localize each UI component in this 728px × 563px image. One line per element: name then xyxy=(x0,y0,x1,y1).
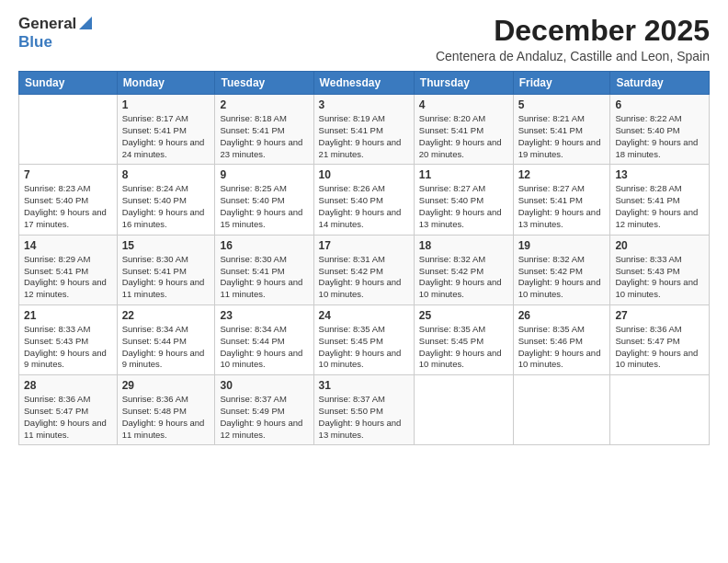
day-number: 31 xyxy=(319,379,409,392)
col-thursday: Thursday xyxy=(414,72,513,95)
cell-info: Sunrise: 8:37 AMSunset: 5:50 PMDaylight:… xyxy=(319,394,402,439)
calendar-week-3: 21Sunrise: 8:33 AMSunset: 5:43 PMDayligh… xyxy=(19,304,710,374)
calendar-cell xyxy=(414,375,513,445)
location-title: Centenera de Andaluz, Castille and Leon,… xyxy=(436,49,710,63)
cell-info: Sunrise: 8:35 AMSunset: 5:45 PMDaylight:… xyxy=(419,324,502,369)
calendar-week-0: 1Sunrise: 8:17 AMSunset: 5:41 PMDaylight… xyxy=(19,95,710,165)
calendar-cell: 9Sunrise: 8:25 AMSunset: 5:40 PMDaylight… xyxy=(215,165,313,235)
day-number: 4 xyxy=(419,98,508,111)
day-number: 9 xyxy=(220,168,308,181)
calendar-cell: 12Sunrise: 8:27 AMSunset: 5:41 PMDayligh… xyxy=(513,165,610,235)
day-number: 26 xyxy=(518,309,606,322)
day-number: 29 xyxy=(122,379,210,392)
calendar-cell: 30Sunrise: 8:37 AMSunset: 5:49 PMDayligh… xyxy=(215,375,313,445)
calendar-cell: 15Sunrise: 8:30 AMSunset: 5:41 PMDayligh… xyxy=(117,235,215,304)
cell-info: Sunrise: 8:26 AMSunset: 5:40 PMDaylight:… xyxy=(319,183,402,228)
cell-info: Sunrise: 8:29 AMSunset: 5:41 PMDaylight:… xyxy=(24,254,107,299)
day-number: 18 xyxy=(419,239,508,252)
calendar-cell: 6Sunrise: 8:22 AMSunset: 5:40 PMDaylight… xyxy=(610,95,710,165)
col-wednesday: Wednesday xyxy=(313,72,414,95)
cell-info: Sunrise: 8:17 AMSunset: 5:41 PMDaylight:… xyxy=(122,113,205,158)
day-number: 24 xyxy=(319,309,409,322)
day-number: 2 xyxy=(220,98,308,111)
cell-info: Sunrise: 8:33 AMSunset: 5:43 PMDaylight:… xyxy=(24,324,107,369)
day-number: 11 xyxy=(419,168,508,181)
day-number: 14 xyxy=(24,239,112,252)
month-title: December 2025 xyxy=(436,15,710,47)
cell-info: Sunrise: 8:18 AMSunset: 5:41 PMDaylight:… xyxy=(220,113,302,158)
calendar-cell: 24Sunrise: 8:35 AMSunset: 5:45 PMDayligh… xyxy=(313,304,414,374)
cell-info: Sunrise: 8:35 AMSunset: 5:45 PMDaylight:… xyxy=(319,324,402,369)
header: General Blue December 2025 Centenera de … xyxy=(18,15,710,63)
col-sunday: Sunday xyxy=(19,72,118,95)
col-tuesday: Tuesday xyxy=(215,72,313,95)
day-number: 19 xyxy=(518,239,606,252)
day-number: 7 xyxy=(24,168,112,181)
calendar-cell: 7Sunrise: 8:23 AMSunset: 5:40 PMDaylight… xyxy=(19,165,118,235)
logo-general: General xyxy=(18,15,76,33)
cell-info: Sunrise: 8:30 AMSunset: 5:41 PMDaylight:… xyxy=(122,254,205,299)
calendar-cell: 2Sunrise: 8:18 AMSunset: 5:41 PMDaylight… xyxy=(215,95,313,165)
calendar-cell: 16Sunrise: 8:30 AMSunset: 5:41 PMDayligh… xyxy=(215,235,313,304)
day-number: 15 xyxy=(122,239,210,252)
calendar-cell: 10Sunrise: 8:26 AMSunset: 5:40 PMDayligh… xyxy=(313,165,414,235)
day-number: 30 xyxy=(220,379,308,392)
cell-info: Sunrise: 8:34 AMSunset: 5:44 PMDaylight:… xyxy=(122,324,205,369)
cell-info: Sunrise: 8:27 AMSunset: 5:40 PMDaylight:… xyxy=(419,183,502,228)
calendar-cell: 27Sunrise: 8:36 AMSunset: 5:47 PMDayligh… xyxy=(610,304,710,374)
calendar-cell xyxy=(610,375,710,445)
day-number: 25 xyxy=(419,309,508,322)
cell-info: Sunrise: 8:21 AMSunset: 5:41 PMDaylight:… xyxy=(518,113,601,158)
cell-info: Sunrise: 8:36 AMSunset: 5:48 PMDaylight:… xyxy=(122,394,205,439)
col-monday: Monday xyxy=(117,72,215,95)
cell-info: Sunrise: 8:22 AMSunset: 5:40 PMDaylight:… xyxy=(615,113,698,158)
logo-blue: Blue xyxy=(18,33,52,51)
calendar-cell: 20Sunrise: 8:33 AMSunset: 5:43 PMDayligh… xyxy=(610,235,710,304)
page-container: General Blue December 2025 Centenera de … xyxy=(0,0,728,454)
calendar-cell: 17Sunrise: 8:31 AMSunset: 5:42 PMDayligh… xyxy=(313,235,414,304)
calendar-cell: 1Sunrise: 8:17 AMSunset: 5:41 PMDaylight… xyxy=(117,95,215,165)
day-number: 8 xyxy=(122,168,210,181)
col-friday: Friday xyxy=(513,72,610,95)
col-saturday: Saturday xyxy=(610,72,710,95)
calendar-cell: 22Sunrise: 8:34 AMSunset: 5:44 PMDayligh… xyxy=(117,304,215,374)
calendar-cell: 25Sunrise: 8:35 AMSunset: 5:45 PMDayligh… xyxy=(414,304,513,374)
calendar-cell: 26Sunrise: 8:35 AMSunset: 5:46 PMDayligh… xyxy=(513,304,610,374)
day-number: 20 xyxy=(615,239,704,252)
cell-info: Sunrise: 8:33 AMSunset: 5:43 PMDaylight:… xyxy=(615,254,698,299)
day-number: 1 xyxy=(122,98,210,111)
calendar-cell: 14Sunrise: 8:29 AMSunset: 5:41 PMDayligh… xyxy=(19,235,118,304)
day-number: 21 xyxy=(24,309,112,322)
day-number: 13 xyxy=(615,168,704,181)
day-number: 10 xyxy=(319,168,409,181)
calendar-table: Sunday Monday Tuesday Wednesday Thursday… xyxy=(18,71,710,445)
calendar-header-row: Sunday Monday Tuesday Wednesday Thursday… xyxy=(19,72,710,95)
calendar-cell: 28Sunrise: 8:36 AMSunset: 5:47 PMDayligh… xyxy=(19,375,118,445)
day-number: 17 xyxy=(319,239,409,252)
day-number: 16 xyxy=(220,239,308,252)
calendar-cell: 4Sunrise: 8:20 AMSunset: 5:41 PMDaylight… xyxy=(414,95,513,165)
cell-info: Sunrise: 8:20 AMSunset: 5:41 PMDaylight:… xyxy=(419,113,502,158)
cell-info: Sunrise: 8:25 AMSunset: 5:40 PMDaylight:… xyxy=(220,183,302,228)
calendar-cell: 31Sunrise: 8:37 AMSunset: 5:50 PMDayligh… xyxy=(313,375,414,445)
cell-info: Sunrise: 8:35 AMSunset: 5:46 PMDaylight:… xyxy=(518,324,601,369)
logo-triangle xyxy=(79,17,92,33)
calendar-cell: 13Sunrise: 8:28 AMSunset: 5:41 PMDayligh… xyxy=(610,165,710,235)
calendar-cell: 21Sunrise: 8:33 AMSunset: 5:43 PMDayligh… xyxy=(19,304,118,374)
cell-info: Sunrise: 8:24 AMSunset: 5:40 PMDaylight:… xyxy=(122,183,205,228)
calendar-cell: 19Sunrise: 8:32 AMSunset: 5:42 PMDayligh… xyxy=(513,235,610,304)
day-number: 6 xyxy=(615,98,704,111)
cell-info: Sunrise: 8:31 AMSunset: 5:42 PMDaylight:… xyxy=(319,254,402,299)
calendar-week-2: 14Sunrise: 8:29 AMSunset: 5:41 PMDayligh… xyxy=(19,235,710,304)
day-number: 12 xyxy=(518,168,606,181)
cell-info: Sunrise: 8:32 AMSunset: 5:42 PMDaylight:… xyxy=(518,254,601,299)
calendar-cell: 23Sunrise: 8:34 AMSunset: 5:44 PMDayligh… xyxy=(215,304,313,374)
cell-info: Sunrise: 8:34 AMSunset: 5:44 PMDaylight:… xyxy=(220,324,302,369)
calendar-cell: 18Sunrise: 8:32 AMSunset: 5:42 PMDayligh… xyxy=(414,235,513,304)
day-number: 5 xyxy=(518,98,606,111)
calendar-cell: 5Sunrise: 8:21 AMSunset: 5:41 PMDaylight… xyxy=(513,95,610,165)
title-block: December 2025 Centenera de Andaluz, Cast… xyxy=(436,15,710,63)
calendar-week-4: 28Sunrise: 8:36 AMSunset: 5:47 PMDayligh… xyxy=(19,375,710,445)
calendar-cell: 11Sunrise: 8:27 AMSunset: 5:40 PMDayligh… xyxy=(414,165,513,235)
cell-info: Sunrise: 8:32 AMSunset: 5:42 PMDaylight:… xyxy=(419,254,502,299)
